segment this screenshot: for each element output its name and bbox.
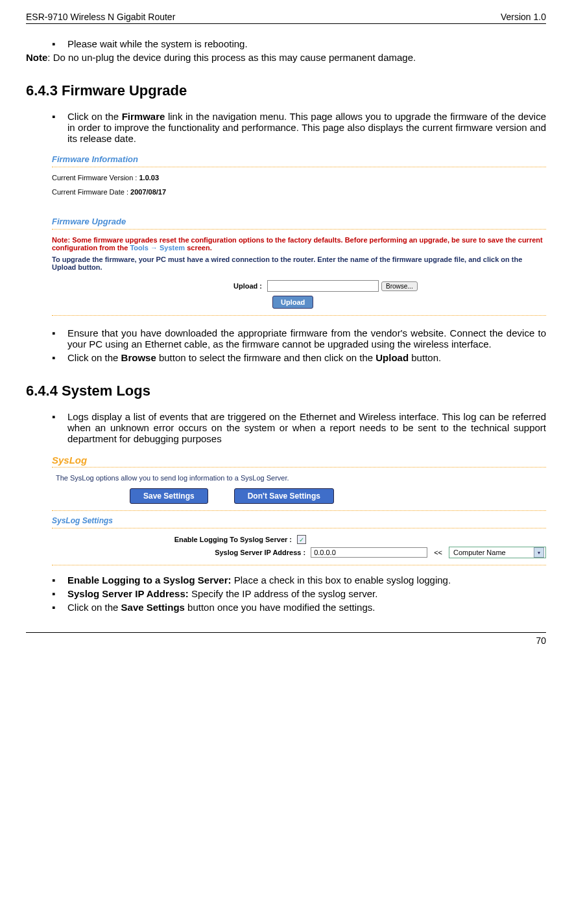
dropdown-value: Computer Name xyxy=(453,549,506,556)
bullet-marker: ▪ xyxy=(52,38,67,49)
firmware-panel: Firmware Information Current Firmware Ve… xyxy=(52,154,546,316)
syslog-ip-label: Syslog Server IP Address : xyxy=(215,549,305,556)
enable-logging-text: Enable Logging to a Syslog Server: Place… xyxy=(67,575,546,586)
reboot-wait-text: Please wait while the system is rebootin… xyxy=(67,38,546,49)
computer-name-select[interactable]: Computer Name ▾ xyxy=(449,547,546,558)
syslog-title: SysLog xyxy=(52,455,546,466)
syslog-ip-input[interactable]: 0.0.0.0 xyxy=(311,547,427,558)
firmware-note: Note: Some firmware upgrades reset the c… xyxy=(52,236,546,252)
upload-button[interactable]: Upload xyxy=(272,296,313,309)
doc-header-left: ESR-9710 Wireless N Gigabit Router xyxy=(26,12,175,22)
section-heading-firmware: 6.4.3 Firmware Upgrade xyxy=(26,82,546,99)
dont-save-button[interactable]: Don't Save Settings xyxy=(234,488,334,504)
firmware-intro-text: Click on the Firmware link in the naviga… xyxy=(67,111,546,144)
lshift-icon: << xyxy=(434,549,442,556)
enable-syslog-checkbox[interactable]: ✓ xyxy=(297,535,306,544)
bullet-marker: ▪ xyxy=(52,411,67,444)
syslog-intro-text: Logs display a list of events that are t… xyxy=(67,411,546,444)
syslog-panel: SysLog The SysLog options allow you to s… xyxy=(52,455,546,565)
save-settings-button[interactable]: Save Settings xyxy=(130,488,208,504)
firmware-browse-text: Click on the Browse button to select the… xyxy=(67,352,546,363)
save-settings-text: Click on the Save Settings button once y… xyxy=(67,602,546,613)
bullet-marker: ▪ xyxy=(52,111,67,144)
upload-file-input[interactable] xyxy=(267,280,379,292)
bullet-marker: ▪ xyxy=(52,352,67,363)
bullet-marker: ▪ xyxy=(52,588,67,599)
firmware-ensure-text: Ensure that you have downloaded the appr… xyxy=(67,327,546,349)
note-label: Note xyxy=(26,52,47,63)
firmware-date-line: Current Firmware Date : 2007/08/17 xyxy=(52,188,546,196)
section-heading-syslog: 6.4.4 System Logs xyxy=(26,383,546,399)
browse-button[interactable]: Browse... xyxy=(381,281,418,291)
firmware-version-line: Current Firmware Version : 1.0.03 xyxy=(52,174,546,182)
firmware-info-title: Firmware Information xyxy=(52,154,546,164)
doc-header-right: Version 1.0 xyxy=(501,12,546,22)
firmware-desc: To upgrade the firmware, your PC must ha… xyxy=(52,255,546,271)
syslog-settings-title: SysLog Settings xyxy=(52,516,546,525)
enable-syslog-label: Enable Logging To Syslog Server : xyxy=(174,536,292,543)
upload-label: Upload : xyxy=(233,282,262,290)
page-number: 70 xyxy=(536,635,546,646)
note-text: : Do no un-plug the device during this p… xyxy=(47,52,416,63)
chevron-down-icon: ▾ xyxy=(534,547,544,558)
firmware-upgrade-title: Firmware Upgrade xyxy=(52,217,546,226)
note-line: Note: Do no un-plug the device during th… xyxy=(26,52,546,63)
syslog-desc: The SysLog options allow you to send log… xyxy=(56,474,546,482)
syslog-ip-text: Syslog Server IP Address: Specify the IP… xyxy=(67,588,546,599)
bullet-marker: ▪ xyxy=(52,602,67,613)
bullet-marker: ▪ xyxy=(52,575,67,586)
bullet-marker: ▪ xyxy=(52,327,67,349)
